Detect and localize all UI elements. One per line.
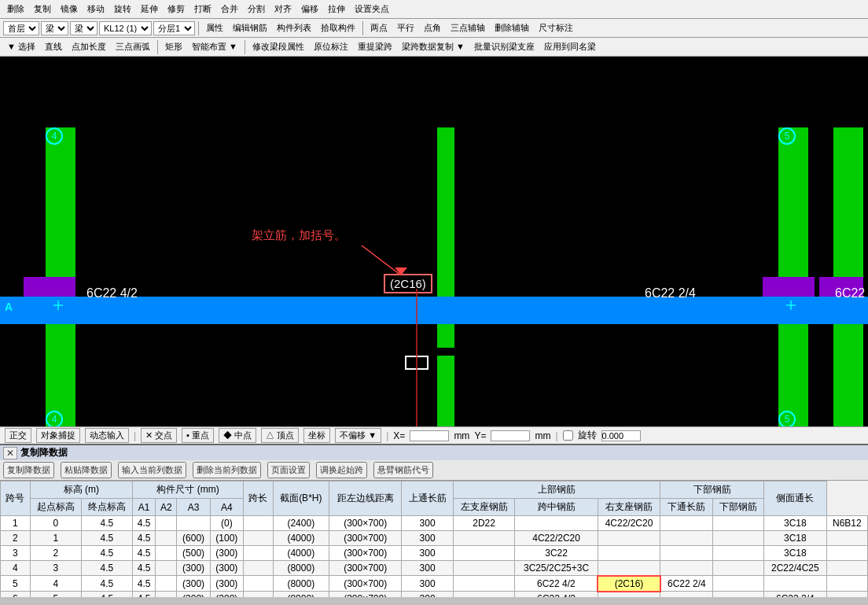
midpoint-btn[interactable]: ◆ 中点 <box>219 428 256 443</box>
point-len-btn[interactable]: 点加长度 <box>68 39 110 54</box>
two-point-btn[interactable]: 两点 <box>366 20 392 35</box>
rotate-input[interactable] <box>601 430 641 441</box>
panel-title: 复制降数据 <box>20 446 68 459</box>
ortho-btn[interactable]: 正交 <box>5 428 31 443</box>
copy-span-btn[interactable]: 梁跨数据复制 ▼ <box>398 39 469 54</box>
cad-canvas[interactable]: 4 4 5 5 A 6C22 4/2 6C22 2/4 6C22 (2C16) … <box>0 57 868 426</box>
beam-text-far-right: 6C22 <box>835 286 865 301</box>
intersect-btn[interactable]: ✕ 交点 <box>141 428 177 443</box>
center-annotation-box: (2C16) <box>384 274 432 293</box>
td-a3: (0) <box>210 516 243 531</box>
merge-btn[interactable]: 合并 <box>217 2 242 17</box>
td-zz: 6C22 4/2 <box>515 576 598 592</box>
rotate-btn[interactable]: 旋转 <box>110 2 135 17</box>
page-setup-btn[interactable]: 页面设置 <box>267 462 310 478</box>
table-container[interactable]: 跨号 标高 (m) 构件尺寸 (mm) 跨长 截面(B*H) 距左边线距离 上通… <box>0 481 868 597</box>
setpoint-btn[interactable]: 设置夹点 <box>351 2 393 17</box>
pick-component-btn[interactable]: 拾取构件 <box>317 20 359 35</box>
paste-data-btn[interactable]: 粘贴降数据 <box>61 462 112 478</box>
rect-btn[interactable]: 矩形 <box>161 39 186 54</box>
selection-box <box>405 356 428 370</box>
component-list-btn[interactable]: 构件列表 <box>273 20 315 35</box>
status-bar: 正交 对象捕捉 动态输入 | ✕ 交点 ▪ 重点 ◆ 中点 △ 顶点 坐标 不偏… <box>0 426 868 444</box>
dim-btn[interactable]: 尺寸标注 <box>535 20 577 35</box>
stretch-btn[interactable]: 拉伸 <box>324 2 349 17</box>
cross-marker-right <box>786 301 796 310</box>
split-btn[interactable]: 分割 <box>244 2 269 17</box>
td-a3: (100) <box>210 531 243 546</box>
smart-layout-btn[interactable]: 智能布置 ▼ <box>188 39 241 54</box>
td-cm <box>826 546 867 561</box>
bottom-toolbar: 复制降数据 粘贴降数据 输入当前列数据 删除当前列数据 页面设置 调换起始跨 悬… <box>0 460 868 481</box>
swap-span-btn[interactable]: 调换起始跨 <box>316 462 367 478</box>
x-input[interactable] <box>410 430 449 441</box>
type1-select[interactable]: 梁 <box>41 21 68 35</box>
td-kh2: 2 <box>30 546 81 561</box>
td-jm: (300×700) <box>329 531 402 546</box>
align-btn[interactable]: 对齐 <box>270 2 296 17</box>
td-xt <box>712 516 763 531</box>
table-row-highlighted: 5 4 4.5 4.5 (300) (300) (8000) (300×700)… <box>1 576 868 592</box>
parallel-btn[interactable]: 平行 <box>393 20 418 35</box>
del-col-btn[interactable]: 删除当前列数据 <box>193 462 261 478</box>
th-a1: A1 <box>132 499 155 516</box>
td-yz <box>660 592 713 598</box>
th-a2: A2 <box>156 499 177 516</box>
copy-data-btn[interactable]: 复制降数据 <box>3 462 54 478</box>
td-seq: 3 <box>1 546 31 561</box>
sep2 <box>362 21 363 35</box>
point-angle-btn[interactable]: 点角 <box>420 20 445 35</box>
td-qd: 4.5 <box>81 561 132 576</box>
toolbar1: 删除 复制 镜像 移动 旋转 延伸 修剪 打断 合并 分割 对齐 偏移 拉伸 设… <box>0 0 868 19</box>
coord-btn[interactable]: 坐标 <box>303 428 330 443</box>
no-offset-btn[interactable]: 不偏移 ▼ <box>335 428 381 443</box>
offset-btn[interactable]: 偏移 <box>297 2 322 17</box>
inplace-mark-btn[interactable]: 原位标注 <box>310 39 352 54</box>
type2-select[interactable]: 梁 <box>70 21 97 35</box>
th-biaoGao: 标高 (m) <box>30 481 132 499</box>
rotate-label: 旋转 <box>578 429 597 442</box>
td-kz <box>598 531 660 546</box>
move-btn[interactable]: 移动 <box>83 2 108 17</box>
extend-btn[interactable]: 延伸 <box>137 2 162 17</box>
td-a4 <box>243 576 273 592</box>
td-seq: 5 <box>1 576 31 592</box>
endpoint-btn[interactable]: ▪ 重点 <box>182 428 214 443</box>
apply-same-btn[interactable]: 应用到同名梁 <box>540 39 600 54</box>
three-arc-btn[interactable]: 三点画弧 <box>112 39 154 54</box>
vertex-btn[interactable]: △ 顶点 <box>261 428 299 443</box>
three-point-aux-btn[interactable]: 三点辅轴 <box>447 20 489 35</box>
grid-circle-4-bottom-left: 4 <box>46 411 63 426</box>
attr-btn[interactable]: 属性 <box>202 20 227 35</box>
th-cm: 侧面通长 <box>764 481 827 516</box>
layer-select[interactable]: 首层 <box>3 21 39 35</box>
kl-select[interactable]: KL12 (1) <box>99 21 152 35</box>
batch-id-btn[interactable]: 批量识别梁支座 <box>470 39 539 54</box>
input-col-btn[interactable]: 输入当前列数据 <box>118 462 186 478</box>
snap-btn[interactable]: 对象捕捉 <box>36 428 80 443</box>
sep4 <box>245 40 245 54</box>
del-aux-btn[interactable]: 删除辅轴 <box>491 20 533 35</box>
modify-seg-btn[interactable]: 修改梁段属性 <box>248 39 308 54</box>
delete-btn[interactable]: 删除 <box>3 2 28 17</box>
copy-btn[interactable]: 复制 <box>30 2 55 17</box>
td-st <box>453 546 515 561</box>
rotate-checkbox[interactable] <box>563 430 573 441</box>
data-table: 跨号 标高 (m) 构件尺寸 (mm) 跨长 截面(B*H) 距左边线距离 上通… <box>0 481 868 597</box>
reextract-span-btn[interactable]: 重提梁跨 <box>354 39 396 54</box>
mirror-btn[interactable]: 镜像 <box>57 2 82 17</box>
fen-select[interactable]: 分层1 <box>153 21 195 35</box>
td-cm <box>826 561 867 576</box>
th-shangbu: 上部钢筋 <box>453 481 660 499</box>
dynamic-input-btn[interactable]: 动态输入 <box>85 428 129 443</box>
line-btn[interactable]: 直线 <box>41 39 66 54</box>
trim-btn[interactable]: 修剪 <box>164 2 189 17</box>
th-a4: A4 <box>210 499 243 516</box>
edit-rebar-btn[interactable]: 编辑钢筋 <box>229 20 271 35</box>
y-input[interactable] <box>491 430 530 441</box>
break-btn[interactable]: 打断 <box>190 2 215 17</box>
td-zz: 3C22 <box>515 546 598 561</box>
cantilever-code-btn[interactable]: 悬臂钢筋代号 <box>373 462 433 478</box>
panel-close-btn[interactable]: ✕ <box>3 447 17 459</box>
select-btn[interactable]: ▼ 选择 <box>3 39 39 54</box>
